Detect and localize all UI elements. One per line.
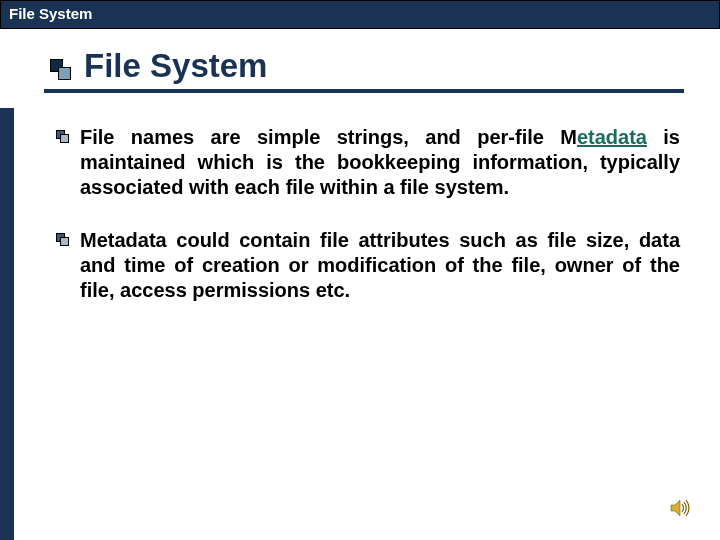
metadata-link[interactable]: etadata — [577, 126, 647, 148]
text-segment: Metadata could contain file attributes s… — [80, 229, 680, 301]
bullet-icon — [56, 130, 72, 144]
list-item: Metadata could contain file attributes s… — [56, 228, 680, 303]
speaker-icon[interactable] — [670, 498, 692, 522]
title-bullet-icon — [50, 59, 80, 85]
svg-marker-0 — [671, 500, 680, 516]
list-item: File names are simple strings, and per-f… — [56, 125, 680, 200]
slide-content: File System File names are simple string… — [0, 29, 720, 303]
title-underline — [44, 89, 684, 93]
header-title: File System — [9, 5, 92, 22]
title-row: File System — [50, 47, 680, 85]
bullet-text: Metadata could contain file attributes s… — [80, 228, 680, 303]
bullet-icon — [56, 233, 72, 247]
header-bar: File System — [0, 0, 720, 29]
bullet-list: File names are simple strings, and per-f… — [50, 125, 680, 303]
bullet-text: File names are simple strings, and per-f… — [80, 125, 680, 200]
text-segment: File names are simple strings, and per-f… — [80, 126, 577, 148]
left-accent-stripe — [0, 108, 14, 540]
slide-title: File System — [84, 47, 267, 85]
